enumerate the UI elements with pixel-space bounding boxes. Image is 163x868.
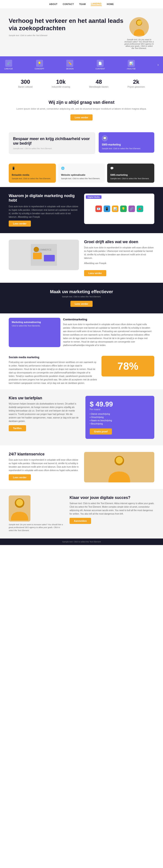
marketing-sample: Sample text. Click to select the Text El…: [9, 296, 154, 298]
card-sms: 💬 SMS-marketing Sample text. Click to se…: [107, 163, 154, 183]
nav-about[interactable]: ABOUT: [49, 3, 57, 5]
service-linkage-label: LINKAGE: [4, 68, 13, 70]
marketing-section: Maak uw marketing effectiever Sample tex…: [0, 283, 163, 313]
tarief-features: Dienst omschrijving Omschrijving Naam en…: [90, 413, 150, 425]
feature-3: Naam en beschrijving: [90, 419, 150, 422]
sociale-section: Sociale media marketing Podcasting van o…: [0, 351, 163, 389]
card-sms-icon: 💬: [110, 166, 116, 172]
sociale-left: Sociale media marketing Podcasting van o…: [9, 356, 97, 385]
card-betaalde-title: Betaalde media: [12, 174, 53, 176]
service-intro-btn-wrap: Lees verder: [9, 115, 154, 121]
waarom-section: Waarom je digitale marketing nodig hebt …: [0, 187, 163, 233]
card-website-text: Sample text. Click to select the Text El…: [61, 178, 102, 180]
bottom-title: Klaar voor jouw digitale succes?: [70, 495, 154, 500]
tarief-price-card: $ 49.99 Per maand Dienst omschrijving Om…: [86, 396, 154, 439]
service24-left: 24/7 klantenservice Duis aute irure dolo…: [9, 452, 79, 480]
analyse-icon: 📊: [128, 60, 135, 67]
card-betaalde: 📱 Betaalde media Sample text. Click to s…: [9, 163, 56, 183]
service-content: 📄 CONTENT: [95, 60, 105, 70]
service-concept-label: CONCEPT: [35, 68, 44, 70]
marketing-grid-section: Marketing automatisering Click to select…: [0, 313, 163, 351]
dm-icon-5: 🔗: [128, 206, 135, 212]
services-arrow[interactable]: ›: [158, 63, 159, 67]
hero-title: Verhoog het verkeer en het aantal leads …: [9, 17, 124, 32]
sociale-percentage-box: 78%: [101, 356, 154, 376]
sms-card-text: Sample text. Click to select the Text El…: [102, 148, 151, 150]
stat-banen-num: 300: [18, 79, 33, 85]
stat-klanten-num: 48: [89, 79, 108, 85]
nav-home[interactable]: HOME: [107, 3, 114, 5]
tarief-btn[interactable]: Tariffen: [9, 425, 26, 431]
card-sms-text: Sample text. Click to select the Text El…: [110, 178, 151, 180]
groei-caption: Afbeelding van Freepik: [84, 261, 154, 265]
digital-media-label: Digital Media: [86, 195, 101, 199]
hero-sample-left: Sample text: Click to select the Text El…: [9, 34, 124, 36]
dm-icon-4: 💡: [120, 206, 127, 212]
hero-person-image: [129, 17, 149, 37]
mkt-content: Contentmarketing Duis aute irure dolor i…: [63, 318, 154, 347]
card-website-title: Website optimalisatie: [61, 174, 102, 176]
design-icon: ✏️: [66, 60, 73, 67]
tarief-desc: Wij kunnen helpen bewaren als doelwitwak…: [9, 402, 81, 423]
feature-2: Omschrijving: [90, 416, 150, 418]
sms-icon: 💬: [102, 135, 108, 142]
tarief-price-btn[interactable]: Gratis proef: [90, 429, 112, 435]
service24-flex: 24/7 klantenservice Duis aute irure dolo…: [9, 452, 154, 483]
stat-klanten: 48 Wereldwijde klanten: [89, 79, 108, 88]
card-sms-title: SMS-marketing: [110, 174, 151, 176]
waarom-flex: Waarom je digitale marketing nodig hebt …: [9, 193, 154, 227]
dm-icon-2: 📱: [104, 206, 110, 212]
service-intro-title: Wij zijn u altijd graag van dienst: [9, 100, 154, 105]
navigation: ABOUT CONTACT TEAM LANDING HOME: [0, 0, 163, 8]
service-intro-btn[interactable]: Lees verder: [70, 115, 93, 121]
service24-desc: Duis aute irure dolor in reprehenderit i…: [9, 458, 79, 472]
stat-banen: 300 Banen voltooid: [18, 79, 33, 88]
stat-banen-label: Banen voltooid: [18, 86, 33, 88]
tarief-period: Per maand: [90, 408, 150, 411]
mkt-automation: Marketing automatisering Click to select…: [9, 318, 60, 347]
bottom-sample-left: Sample text: Do you want to increase sal…: [9, 523, 65, 532]
groei-btn[interactable]: Lees verder: [84, 270, 106, 276]
bespaar-left: Bespaar meer en krijg zichtbaarheid voor…: [9, 132, 95, 154]
groei-desc: Duis aute irure dolor in reprehenderit i…: [84, 246, 154, 260]
groei-flex: E-COMMERCE Groei drijft alles wat we doe…: [9, 240, 154, 276]
service-design: ✏️ DESIGN: [66, 60, 74, 70]
hero-sample-right: Sample text: Do you want to increase sal…: [124, 38, 154, 50]
nav-landing[interactable]: LANDING: [91, 3, 101, 6]
hero-section: Verhoog het verkeer en het aantal leads …: [0, 8, 163, 56]
groei-image: E-COMMERCE: [9, 240, 79, 270]
bespaar-grid: Bespaar meer en krijg zichtbaarheid voor…: [9, 132, 154, 154]
marketing-btn[interactable]: Lees verder: [70, 301, 93, 307]
digital-media-icons: 📧 📱 📊 💡 🔗 📣: [92, 202, 147, 216]
mkt-automation-text: Click to select the Text Elements.: [12, 325, 57, 327]
svg-point-8: [116, 457, 123, 464]
service24-btn[interactable]: Lees verder: [9, 474, 31, 480]
hero-image-area: Sample text: Do you want to increase sal…: [124, 17, 154, 50]
bottom-btn[interactable]: Aanmelden: [70, 518, 91, 524]
dm-icon-6: 📣: [137, 206, 143, 212]
tarief-price: $ 49.99: [90, 400, 150, 408]
linkage-icon: 🔗: [5, 60, 12, 67]
tarief-title: Kies uw tariefplan: [9, 396, 81, 400]
bespaar-right: 💬 SMS-marketing Sample text. Click to se…: [99, 132, 154, 153]
nav-team[interactable]: TEAM: [79, 3, 86, 5]
bottom-person-image: [9, 495, 30, 522]
tarief-section: Kies uw tariefplan Wij kunnen helpen bew…: [0, 389, 163, 445]
stats-section: 300 Banen voltooid 10k Industriële ervar…: [0, 73, 163, 93]
dm-icon-1: 📧: [95, 206, 102, 212]
tarief-flex: Kies uw tariefplan Wij kunnen helpen bew…: [9, 396, 154, 439]
svg-rect-3: [33, 253, 42, 259]
service-analyse: 📊 ANALYSE: [127, 60, 136, 70]
tarief-left: Kies uw tariefplan Wij kunnen helpen bew…: [9, 396, 81, 431]
sociale-percentage: 78%: [117, 360, 138, 372]
mkt-automation-title: Marketing automatisering: [12, 321, 57, 323]
svg-rect-4: [44, 255, 55, 261]
nav-contact[interactable]: CONTACT: [63, 3, 74, 5]
sms-card-title: SMS-marketing: [102, 143, 151, 146]
card-website: 🌐 Website optimalisatie Sample text. Cli…: [58, 163, 105, 183]
card-betaalde-icon: 📱: [12, 166, 17, 172]
waarom-btn[interactable]: Lees verder: [9, 220, 31, 227]
service-analyse-label: ANALYSE: [127, 68, 136, 70]
stat-prijzen-label: Prijzen gewonnen: [128, 86, 145, 88]
service24-image: [84, 452, 154, 483]
